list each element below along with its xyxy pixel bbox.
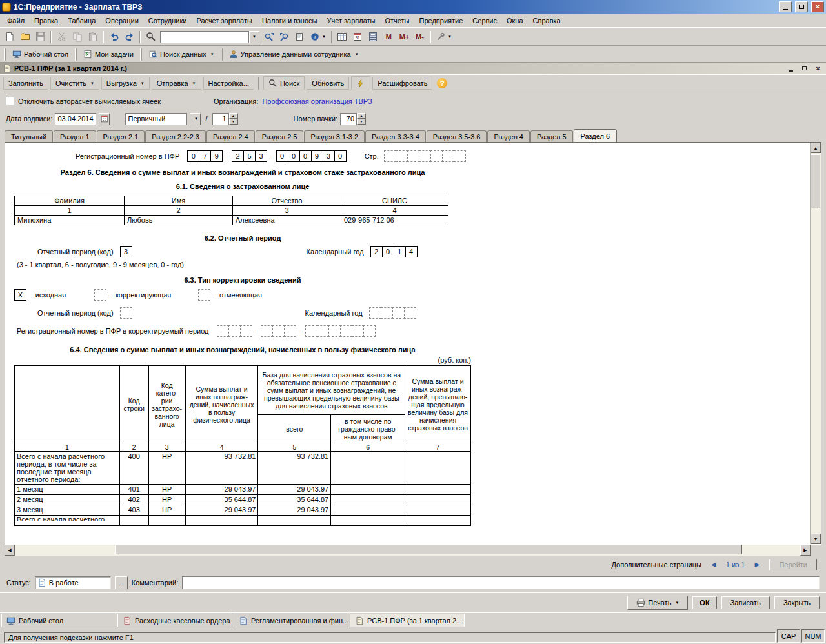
scroll-down-button[interactable]: ▼ (811, 534, 821, 544)
page-digit[interactable] (396, 150, 408, 162)
doc-minimize-button[interactable] (785, 64, 796, 74)
taskbar-rsv1-pfr[interactable]: РСВ-1 ПФР (за 1 квартал 2... (350, 614, 465, 627)
status-field[interactable]: В работе (35, 576, 111, 589)
menu-taxes[interactable]: Налоги и взносы (257, 15, 322, 26)
row-base[interactable]: 93 732.81 (258, 452, 331, 485)
corr-reg-digit[interactable] (272, 325, 285, 337)
page-digit[interactable] (454, 150, 466, 162)
close-button[interactable]: × (811, 1, 824, 12)
corr-reg-digit[interactable] (340, 325, 352, 337)
tab-razdel-3-1-3-2[interactable]: Раздел 3.1-3.2 (304, 130, 365, 142)
scroll-up-button[interactable]: ▲ (811, 143, 821, 153)
fill-button[interactable]: Заполнить (3, 77, 48, 90)
corr-year-digit[interactable] (392, 307, 405, 319)
help-button[interactable]: ? (437, 78, 447, 88)
person-snils[interactable]: 029-965-712 06 (341, 216, 448, 225)
menu-service[interactable]: Сервис (468, 15, 501, 26)
close-window-button[interactable]: Закрыть (774, 596, 820, 609)
decrypt-button[interactable]: Расшифровать (372, 77, 432, 90)
row-category[interactable]: НР (148, 485, 185, 495)
copy-icon[interactable] (70, 30, 85, 44)
period-code-box[interactable]: 3 (120, 246, 132, 257)
table-icon[interactable] (335, 30, 350, 44)
paste-icon[interactable] (85, 30, 100, 44)
menu-employees[interactable]: Сотрудники (144, 15, 192, 26)
tab-razdel-4[interactable]: Раздел 4 (487, 130, 530, 142)
doc-close-button[interactable]: × (812, 64, 823, 74)
year-digit[interactable]: 4 (405, 246, 418, 257)
scroll-left-button[interactable]: ◀ (5, 545, 15, 556)
service-button[interactable]: ▼ (434, 30, 454, 44)
organization-value[interactable]: Профсоюзная организация ТВРЗ (262, 97, 372, 105)
taskbar-cash-orders[interactable]: Расходные кассовые ордера (117, 614, 232, 627)
corr-year-digit[interactable] (381, 307, 393, 319)
page-digit[interactable] (407, 150, 419, 162)
row-over[interactable] (405, 495, 471, 505)
menu-enterprise[interactable]: Предприятие (415, 15, 468, 26)
desktop-button[interactable]: Рабочий стол (8, 47, 72, 61)
row-sum[interactable]: 29 043.97 (185, 505, 258, 516)
tab-razdel-2-1[interactable]: Раздел 2.1 (97, 130, 145, 142)
tab-razdel-3-3-3-4[interactable]: Раздел 3.3-3.4 (365, 130, 426, 142)
minimize-button[interactable] (779, 1, 792, 12)
reg-digit[interactable]: 0 (288, 150, 300, 162)
info-button[interactable]: i▼ (308, 30, 328, 44)
horizontal-scrollbar[interactable]: ◀ ▶ (5, 545, 821, 556)
toolbar-grip[interactable] (75, 48, 77, 61)
cut-icon[interactable] (54, 30, 69, 44)
row-over[interactable] (405, 452, 471, 485)
menu-help[interactable]: Справка (529, 15, 565, 26)
tab-razdel-2-4[interactable]: Раздел 2.4 (206, 130, 255, 142)
refresh-button[interactable]: Обновить (307, 77, 349, 90)
row-civil[interactable] (331, 505, 405, 516)
corr-year-digit[interactable] (369, 307, 381, 319)
spin-up-button[interactable]: ▲ (229, 113, 238, 119)
tab-razdel-2-2-2-3[interactable]: Раздел 2.2-2.3 (145, 130, 206, 142)
spin-down-button[interactable]: ▼ (229, 119, 238, 125)
search-dropdown-button[interactable]: ▼ (249, 31, 259, 43)
clear-button[interactable]: Очистить▼ (50, 77, 99, 90)
corr-reg-digit[interactable] (261, 325, 273, 337)
pack-number-input[interactable] (340, 113, 357, 125)
calculator-icon[interactable] (366, 30, 381, 44)
person-lastname[interactable]: Митюхина (15, 216, 125, 225)
print-button[interactable]: Печать ▼ (627, 596, 688, 610)
employee-data-button[interactable]: Управление данными сотрудника ▼ (225, 47, 363, 61)
row-category[interactable]: НР (148, 505, 185, 516)
reg-digit[interactable]: 2 (232, 150, 244, 162)
tab-razdel-2-5[interactable]: Раздел 2.5 (256, 130, 304, 142)
vertical-scroll-thumb[interactable] (811, 154, 820, 208)
corr-reg-digit[interactable] (240, 325, 252, 337)
page-digit[interactable] (442, 150, 454, 162)
corr-reg-digit[interactable] (305, 325, 317, 337)
row-civil[interactable] (331, 452, 405, 485)
year-digit[interactable]: 1 (394, 246, 406, 257)
scroll-right-button[interactable]: ▶ (800, 545, 811, 556)
data-search-button[interactable]: Поиск данных ▼ (145, 47, 218, 61)
reg-digit[interactable]: 3 (323, 150, 335, 162)
taskbar-desktop[interactable]: Рабочий стол (1, 614, 116, 627)
calendar-icon[interactable]: 31 (350, 30, 365, 44)
menu-reports[interactable]: Отчеты (381, 15, 414, 26)
row-base[interactable]: 35 644.87 (258, 495, 331, 505)
taskbar-regulated-reporting[interactable]: Регламентированная и фин... (234, 614, 348, 627)
corr-reg-digit[interactable] (217, 325, 229, 337)
menu-table[interactable]: Таблица (63, 15, 100, 26)
my-tasks-button[interactable]: Мои задачи (79, 47, 137, 61)
next-page-button[interactable]: ▶ (750, 558, 764, 570)
menu-payroll-accounting[interactable]: Учет зарплаты (322, 15, 379, 26)
doc-search-button[interactable]: Поиск (263, 76, 305, 90)
reg-digit[interactable]: 7 (199, 150, 211, 162)
tab-titulny[interactable]: Титульный (5, 130, 53, 142)
toolbar-grip[interactable] (140, 48, 142, 61)
memory-button[interactable]: M (381, 30, 396, 44)
row-sum[interactable]: 35 644.87 (185, 495, 258, 505)
search-input[interactable] (160, 31, 249, 43)
memory-minus-button[interactable]: M- (412, 30, 427, 44)
comment-input[interactable] (182, 576, 820, 589)
original-checkbox[interactable]: X (14, 289, 26, 301)
maximize-button[interactable] (795, 1, 808, 12)
memory-plus-button[interactable]: M+ (397, 30, 412, 44)
ok-button[interactable]: ОК (692, 596, 716, 609)
sign-date-input[interactable] (55, 113, 96, 125)
